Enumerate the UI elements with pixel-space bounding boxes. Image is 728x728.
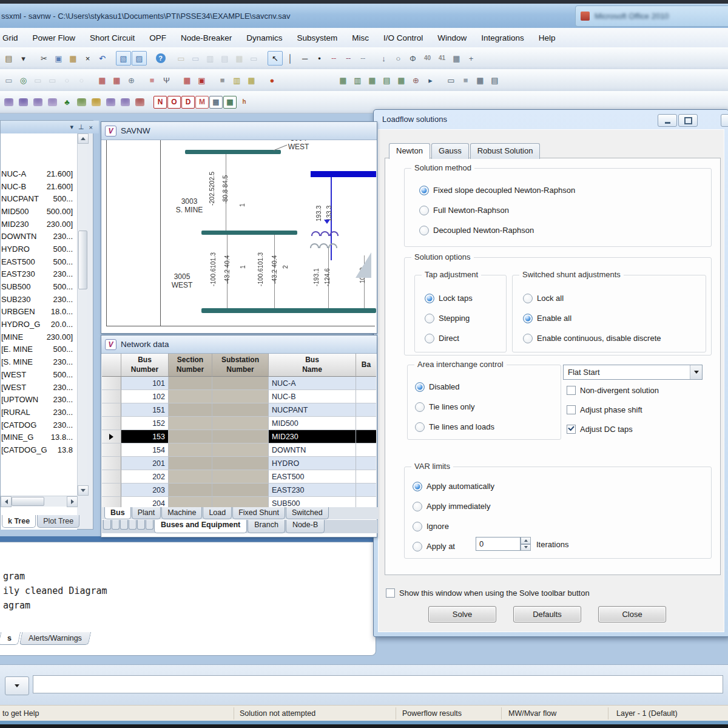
grid-snap-icon[interactable]: ▦: [450, 52, 463, 65]
binocular3-icon[interactable]: [46, 95, 59, 109]
radio-option[interactable]: Lock taps: [425, 292, 473, 305]
dialog-tab[interactable]: Newton: [389, 143, 430, 159]
menu-item[interactable]: Grid: [2, 33, 18, 42]
zoom-100-icon[interactable]: ○: [60, 73, 74, 87]
table-row[interactable]: 203 EAST230: [102, 484, 376, 497]
output-window[interactable]: gramily cleaned Diagramagram sAlerts/War…: [0, 542, 376, 656]
menu-item[interactable]: Short Circuit: [90, 33, 135, 42]
toolbar-button[interactable]: [31, 52, 36, 65]
paste-icon[interactable]: ▦: [66, 52, 80, 65]
bus-spreadsheet-icon[interactable]: ▦: [95, 73, 109, 87]
paste-image-icon[interactable]: ▦: [232, 52, 246, 65]
bus-blue-bar[interactable]: [311, 171, 376, 177]
branch-tool-icon[interactable]: [75, 95, 89, 109]
toolbar-button[interactable]: [168, 52, 174, 65]
menu-item[interactable]: OPF: [149, 33, 166, 42]
toolbar-button[interactable]: [147, 95, 153, 109]
radio-option[interactable]: Enable all: [523, 312, 661, 325]
iterations-spinner[interactable]: [521, 537, 531, 551]
sheet-group-tab[interactable]: Node-B: [286, 520, 325, 533]
tree-item[interactable]: NUC-A 21.600]: [1, 167, 77, 180]
menu-item[interactable]: Window: [437, 33, 467, 42]
excel-grid4-icon[interactable]: ▤: [380, 73, 394, 87]
titlebar[interactable]: ssxml - savnw - C:\Users\stykasu1\Docume…: [0, 4, 728, 29]
sheet-tab[interactable]: Bus: [104, 507, 131, 519]
valve-tool-icon[interactable]: [2, 95, 16, 109]
links-icon[interactable]: [133, 95, 147, 109]
scroll-up-button[interactable]: [78, 133, 89, 144]
letter-d-icon[interactable]: D: [181, 96, 195, 109]
menu-item[interactable]: Subsystem: [297, 33, 337, 42]
column-header-substation-number[interactable]: Substation Number: [212, 354, 269, 377]
network-data-window[interactable]: V Network data Bus Number Section Number…: [101, 335, 377, 538]
copy-icon[interactable]: ▣: [52, 52, 66, 65]
column-header[interactable]: [102, 354, 121, 377]
table-row[interactable]: 154 DOWNTN: [102, 443, 376, 457]
column-header-partial[interactable]: Ba: [356, 354, 376, 377]
bus-bar[interactable]: [201, 231, 297, 235]
toolbar-button[interactable]: [174, 73, 180, 87]
dot-draw-icon[interactable]: •: [312, 52, 326, 65]
load-symbol-icon[interactable]: Φ: [406, 52, 420, 65]
sheet-tab[interactable]: Fixed Shunt: [232, 507, 285, 519]
menu-item[interactable]: Misc: [352, 33, 369, 42]
ground-symbol-icon[interactable]: ↓: [377, 52, 391, 65]
dialog-tab[interactable]: Robust Solution: [470, 143, 541, 159]
checkbox-option[interactable]: Adjust phase shift: [567, 403, 659, 416]
loadflow-solutions-dialog[interactable]: Loadflow solutions × NewtonGaussRobust S…: [373, 109, 728, 637]
mini-tab[interactable]: [137, 520, 145, 530]
tree-item[interactable]: NUCPANT 500...: [1, 192, 77, 205]
sheet-tab[interactable]: Switched: [286, 507, 329, 519]
new-doc-icon[interactable]: ▤: [2, 52, 16, 65]
toolbar-button[interactable]: [261, 52, 267, 65]
page-setup-icon[interactable]: ▭: [2, 73, 16, 87]
tree-item[interactable]: EAST230 230...: [1, 268, 77, 281]
radio-option[interactable]: Tie lines and loads: [415, 420, 494, 433]
menu-item[interactable]: Power Flow: [33, 33, 76, 42]
tree-item[interactable]: [E. MINE 500...: [1, 343, 77, 356]
tree-item[interactable]: [RURAL 230...: [1, 406, 77, 419]
grid-data-icon[interactable]: ▦: [180, 73, 194, 87]
dash-gray-icon[interactable]: ╌: [356, 52, 370, 65]
dialog-button[interactable]: Solve: [428, 606, 496, 622]
toolbar-button[interactable]: [371, 52, 376, 65]
radio-option[interactable]: Full Newton-Raphson: [419, 204, 575, 217]
radio-option[interactable]: Enable continuous, disable discrete: [523, 332, 661, 345]
toolbar-button[interactable]: [139, 73, 144, 87]
run-icon[interactable]: ▸: [423, 73, 437, 87]
table-row[interactable]: 102 NUC-B: [102, 390, 376, 403]
tree-item[interactable]: MID500 500.00]: [1, 205, 77, 218]
sheet-group-tab[interactable]: Buses and Equipment: [154, 520, 247, 533]
select-cursor-icon[interactable]: ↖: [268, 51, 283, 66]
dialog-tab[interactable]: Gauss: [431, 143, 469, 159]
transformer-tool-icon[interactable]: [118, 95, 132, 109]
panel-tab[interactable]: k Tree: [2, 515, 36, 528]
menu-item[interactable]: Help: [539, 33, 556, 42]
bus-3004-bar[interactable]: [185, 150, 281, 154]
column-header-bus-number[interactable]: Bus Number: [121, 354, 169, 377]
copy-image-icon[interactable]: ▤: [218, 52, 232, 65]
column-header-section-number[interactable]: Section Number: [169, 354, 212, 377]
dash-maroon-icon[interactable]: ╌: [342, 52, 356, 65]
radio-option[interactable]: Tie lines only: [415, 400, 494, 413]
window-split-icon[interactable]: ▭: [444, 73, 458, 87]
panel-pin-icon[interactable]: ⊥: [78, 123, 84, 131]
dialog-button[interactable]: Defaults: [513, 606, 581, 622]
save-icon[interactable]: ▭: [189, 52, 203, 65]
toolbar-button[interactable]: [89, 73, 95, 87]
machine-symbol-icon[interactable]: ○: [391, 52, 405, 65]
tree-horizontal-scrollbar[interactable]: [1, 496, 77, 507]
panel-tab[interactable]: Plot Tree: [37, 515, 79, 528]
tree-item[interactable]: HYDRO_G 20.0...: [1, 318, 77, 331]
toolbar-button[interactable]: [209, 73, 215, 87]
panel-collapse-icon[interactable]: ▾: [70, 123, 73, 131]
diff-view-icon[interactable]: ▩: [209, 96, 223, 109]
grow-diagram-icon[interactable]: ▧: [116, 51, 131, 66]
options-icon[interactable]: ⊕: [409, 73, 423, 87]
zoom-41-icon[interactable]: 41: [435, 52, 449, 65]
radio-option[interactable]: Stepping: [425, 312, 473, 325]
sheet-tab[interactable]: Plant: [132, 507, 161, 519]
binocular2-icon[interactable]: [31, 95, 45, 109]
menu-item[interactable]: I/O Control: [383, 33, 423, 42]
command-input[interactable]: [33, 675, 723, 693]
